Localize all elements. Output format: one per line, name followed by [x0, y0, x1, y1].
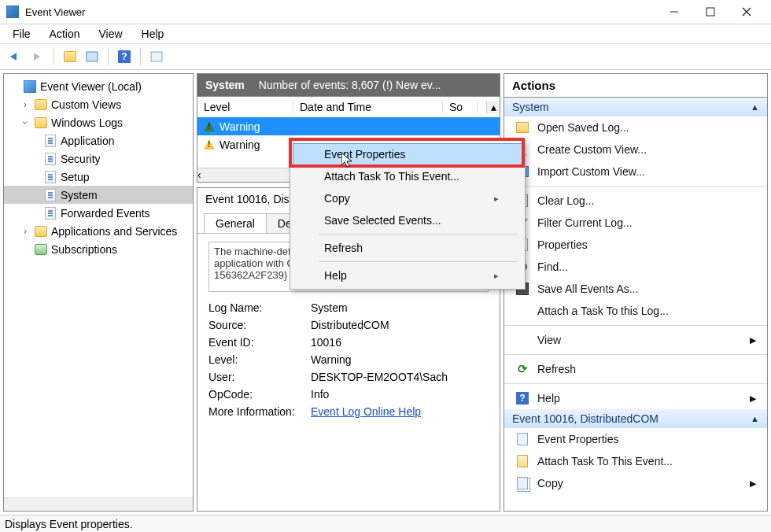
scroll-up-button[interactable]: ▴ — [486, 101, 500, 113]
tree-label: Event Viewer (Local) — [40, 80, 142, 93]
back-button[interactable] — [6, 47, 25, 66]
separator — [504, 325, 767, 326]
help-button[interactable]: ? — [115, 47, 134, 66]
action-label: Attach Task To This Event... — [537, 455, 673, 467]
collapse-icon: ▲ — [751, 414, 759, 423]
folder-icon — [34, 116, 48, 130]
log-icon — [43, 206, 57, 220]
action-label: Attach a Task To this Log... — [537, 305, 669, 317]
tree-log-system[interactable]: System — [4, 186, 193, 204]
tree-apps-services[interactable]: › Applications and Services — [4, 222, 193, 240]
menu-action[interactable]: Action — [42, 26, 88, 42]
action-clear-log[interactable]: Clear Log... — [504, 190, 767, 212]
action-create-custom-view[interactable]: Create Custom View... — [504, 139, 767, 161]
tree-custom-views[interactable]: › Custom Views — [4, 95, 193, 113]
tree-root[interactable]: Event Viewer (Local) — [4, 77, 193, 95]
action-label: Filter Current Log... — [537, 216, 633, 229]
svg-rect-1 — [706, 8, 714, 16]
section-event[interactable]: Event 10016, DistributedCOM▲ — [504, 409, 767, 428]
tree-log-application[interactable]: Application — [4, 131, 193, 150]
context-refresh[interactable]: Refresh — [293, 237, 522, 259]
svg-rect-6 — [87, 52, 98, 61]
tree-log-security[interactable]: Security — [4, 150, 193, 168]
context-attach-task[interactable]: Attach Task To This Event... — [293, 165, 522, 187]
menu-help[interactable]: Help — [134, 26, 172, 42]
context-event-properties[interactable]: Event Properties — [293, 143, 522, 165]
log-icon — [43, 170, 57, 184]
window-title: Event Viewer — [25, 6, 656, 18]
subscriptions-icon — [34, 242, 48, 257]
extra-button[interactable] — [147, 47, 166, 66]
log-icon — [43, 188, 57, 202]
tree-log-setup[interactable]: Setup — [4, 168, 193, 186]
expander-icon[interactable]: › — [20, 226, 31, 237]
actions-pane: Actions System▲ Open Saved Log... Create… — [504, 73, 768, 512]
action-label: Save All Events As... — [537, 283, 638, 295]
folder-icon — [34, 98, 48, 112]
submenu-icon: ▶ — [750, 478, 756, 489]
lbl-level: Level: — [208, 353, 311, 366]
action-help[interactable]: ?Help▶ — [504, 387, 767, 409]
properties-button[interactable] — [83, 47, 101, 66]
action-properties[interactable]: Properties — [504, 234, 767, 256]
action-open-saved-log[interactable]: Open Saved Log... — [504, 116, 767, 139]
action-attach-task-log[interactable]: Attach a Task To this Log... — [504, 300, 767, 322]
center-title: System — [205, 79, 245, 91]
section-system[interactable]: System▲ — [504, 98, 767, 116]
status-text: Displays Event properties. — [5, 518, 133, 530]
tree-windows-logs[interactable]: › Windows Logs — [4, 113, 193, 131]
row-level: Warning — [219, 139, 260, 151]
action-label: Help — [537, 392, 560, 405]
context-menu: Event Properties Attach Task To This Eve… — [290, 140, 526, 290]
forward-button[interactable] — [28, 47, 47, 66]
lbl-more-info: More Information: — [208, 405, 311, 418]
action-filter-log[interactable]: Filter Current Log... — [504, 212, 767, 234]
action-import-custom-view[interactable]: Import Custom View... — [504, 161, 767, 183]
action-save-all[interactable]: Save All Events As... — [504, 278, 767, 300]
tree-log-forwarded[interactable]: Forwarded Events — [4, 204, 193, 222]
action-refresh[interactable]: ⟳Refresh — [504, 358, 767, 380]
center-subtitle: Number of events: 8,607 (!) New ev... — [259, 79, 441, 91]
menu-file[interactable]: File — [5, 26, 39, 42]
center-pane: System Number of events: 8,607 (!) New e… — [197, 73, 500, 512]
tree-subscriptions[interactable]: Subscriptions — [4, 240, 193, 258]
action-copy[interactable]: Copy▶ — [504, 472, 767, 494]
tree-label: Subscriptions — [51, 243, 117, 256]
separator — [504, 186, 767, 187]
tab-general[interactable]: General — [204, 213, 267, 233]
toolbar-separator — [108, 48, 109, 65]
toolbar-separator — [140, 48, 141, 65]
context-save-selected[interactable]: Save Selected Events... — [293, 209, 522, 231]
event-properties-icon — [515, 432, 529, 446]
context-separator — [319, 261, 518, 262]
column-headers: Level Date and Time So ▴ — [197, 97, 500, 117]
up-folder-button[interactable] — [61, 47, 79, 66]
col-date[interactable]: Date and Time — [293, 101, 443, 113]
expander-icon[interactable]: › — [20, 117, 31, 128]
context-help[interactable]: Help▸ — [293, 264, 522, 286]
link-online-help[interactable]: Event Log Online Help — [311, 405, 421, 418]
main-area: Event Viewer (Local) › Custom Views › Wi… — [0, 70, 771, 515]
col-level[interactable]: Level — [197, 101, 293, 113]
open-icon — [515, 120, 529, 135]
col-source[interactable]: So — [443, 101, 478, 113]
action-find[interactable]: Find... — [504, 256, 767, 278]
action-view[interactable]: View▶ — [504, 329, 767, 351]
context-copy[interactable]: Copy▸ — [293, 187, 522, 209]
event-viewer-icon — [23, 79, 37, 94]
expander-icon[interactable]: › — [20, 99, 31, 110]
folder-icon — [34, 224, 48, 238]
close-button[interactable] — [729, 0, 765, 24]
menubar: File Action View Help — [0, 24, 771, 43]
event-row[interactable]: Warning — [197, 117, 500, 135]
minimize-button[interactable] — [656, 0, 692, 24]
menu-view[interactable]: View — [90, 26, 130, 42]
action-event-properties[interactable]: Event Properties — [504, 428, 767, 450]
maximize-button[interactable] — [692, 0, 729, 24]
toolbar-separator — [53, 48, 54, 65]
warning-icon — [204, 121, 215, 131]
copy-icon — [515, 476, 529, 490]
row-level: Warning — [219, 120, 260, 133]
horizontal-scrollbar[interactable] — [4, 497, 193, 511]
action-attach-task-event[interactable]: Attach Task To This Event... — [504, 450, 767, 472]
